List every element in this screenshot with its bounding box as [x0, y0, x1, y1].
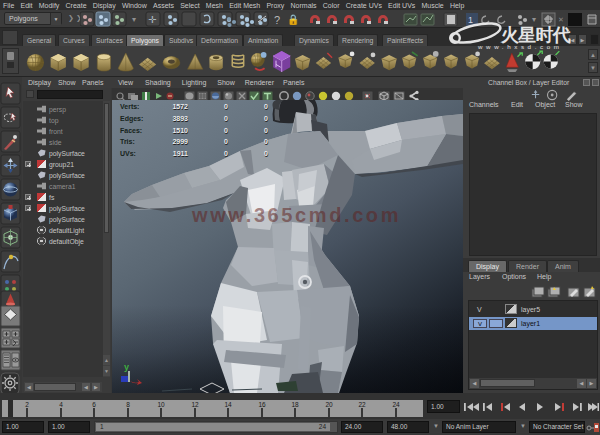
svg-text:6: 6 — [92, 401, 96, 408]
svg-text:14: 14 — [224, 401, 232, 408]
svg-text:?: ? — [274, 14, 280, 26]
svg-text:✛: ✛ — [148, 14, 157, 25]
svg-text:18: 18 — [291, 401, 299, 408]
svg-text:20: 20 — [325, 401, 333, 408]
svg-text:2: 2 — [25, 401, 29, 408]
svg-text:10: 10 — [157, 401, 165, 408]
svg-text:▾: ▾ — [532, 15, 536, 24]
svg-text:1: 1 — [468, 15, 473, 25]
svg-text:16: 16 — [258, 401, 266, 408]
svg-text:✕: ✕ — [558, 16, 564, 23]
svg-text:y: y — [124, 362, 129, 372]
svg-text:4: 4 — [59, 401, 63, 408]
svg-text:▾: ▾ — [132, 15, 136, 24]
svg-text:22: 22 — [358, 401, 366, 408]
svg-text:🔒: 🔒 — [287, 13, 300, 26]
svg-text:8: 8 — [126, 401, 130, 408]
svg-text:12: 12 — [191, 401, 199, 408]
svg-text:24: 24 — [392, 401, 400, 408]
